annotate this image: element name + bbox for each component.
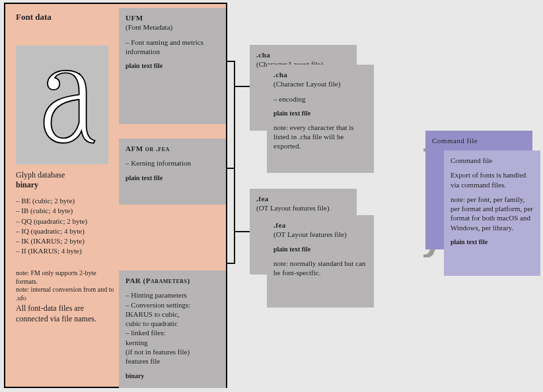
format-item: – IK (IKARUS; 2 byte) — [16, 236, 87, 245]
par-title: PAR (Parameters) — [126, 277, 190, 284]
par-l8: features file — [126, 356, 219, 366]
glyph-db-binary: binary — [16, 180, 38, 191]
fea-front-ptf: plain text file — [273, 245, 367, 253]
cha-front-desc: – encoding — [273, 94, 367, 104]
connector-line — [234, 61, 235, 264]
diagram-canvas: Font data Glyph database binary – BE (cu… — [0, 0, 543, 392]
par-l1: – Hinting parameters — [126, 290, 219, 300]
cha-front-note: note: every character that is listed in … — [273, 123, 367, 151]
par-l7: (if not in features file) — [126, 347, 219, 356]
cha-back-title: .cha — [256, 50, 350, 59]
fea-front-title: .fea — [273, 220, 367, 230]
afm-card: AFM or .fea – Kerning information plain … — [119, 139, 226, 205]
ufm-subtitle: (Font Metadata) — [126, 22, 219, 32]
cha-front-title: .cha — [273, 70, 367, 79]
par-binary: binary — [126, 372, 219, 380]
par-l3: IKARUS to cubic, — [126, 310, 219, 319]
par-l2: – Conversion settings: — [126, 300, 219, 310]
format-item: – IQ (quadratic; 4 byte) — [16, 226, 87, 236]
fea-card-front: .fea (OT Layout features file) plain tex… — [267, 215, 374, 308]
glyph-a-icon — [16, 46, 108, 164]
cha-card-front: .cha (Character Layout file) – encoding … — [267, 65, 374, 173]
afm-desc: – Kerning information — [126, 158, 219, 168]
connector-line — [234, 86, 250, 87]
afm-title: AFM or .fea — [126, 145, 170, 152]
fea-front-note: note: normally standard but can be font-… — [273, 259, 367, 278]
format-item: – BE (cubic; 2 byte) — [16, 196, 87, 205]
format-item: – QQ (quadratic; 2 byte) — [16, 216, 87, 226]
ufm-title: UFM — [126, 14, 143, 22]
cmd-front-title: Command file — [451, 156, 534, 165]
ufm-card: UFM (Font Metadata) – Font naming and me… — [119, 8, 226, 124]
par-l4: cubic to quadratic — [126, 319, 219, 328]
cmd-front-ptf: plain text file — [451, 238, 534, 246]
format-item: – IB (cubic; 4 byte) — [16, 206, 87, 215]
par-l5: – linked files: — [126, 328, 219, 337]
afm-ptf: plain text file — [126, 174, 219, 182]
cha-front-ptf: plain text file — [273, 109, 367, 117]
connector-line — [227, 168, 234, 169]
note-text: note: internal conversion from and to .u… — [16, 286, 115, 302]
fea-back-subtitle: (OT Layout features file) — [256, 203, 350, 212]
format-item: – II (IKARUS; 4 byte) — [16, 246, 87, 255]
cmd-front-desc: Export of fonts is handled via command f… — [451, 170, 534, 189]
par-l6: kerning — [126, 338, 219, 347]
font-data-panel: Font data Glyph database binary – BE (cu… — [4, 3, 227, 388]
ufm-desc: – Font naming and metrics information — [126, 38, 219, 57]
format-list: – BE (cubic; 2 byte) – IB (cubic; 4 byte… — [16, 195, 87, 257]
ufm-ptf: plain text file — [126, 61, 219, 70]
cmd-back-title: Command file — [432, 136, 526, 145]
command-file-front: Command file Export of fonts is handled … — [444, 150, 540, 276]
par-card: PAR (Parameters) – Hinting parameters – … — [119, 271, 226, 388]
connector-line — [227, 61, 234, 62]
font-data-notes: note: FM only supports 2-byte formats. n… — [16, 269, 115, 302]
note-text: note: FM only supports 2-byte formats. — [16, 269, 115, 286]
glyph-db-label: Glyph database — [16, 170, 65, 181]
connected-note: All font-data files are connected via fi… — [16, 304, 115, 324]
connector-line — [227, 263, 234, 264]
cha-front-subtitle: (Character Layout file) — [273, 79, 367, 88]
fea-front-subtitle: (OT Layout features file) — [273, 230, 367, 239]
cmd-front-note: note: per font, per family, per format a… — [451, 195, 534, 232]
fea-back-title: .fea — [256, 194, 350, 203]
connector-line — [234, 231, 250, 232]
